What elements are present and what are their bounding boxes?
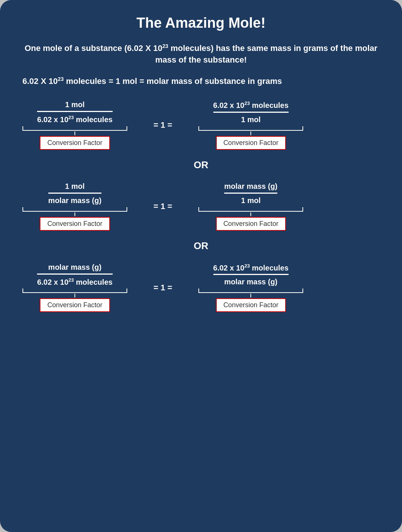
denominator-2-left: molar mass (g)	[48, 196, 101, 205]
numerator-3-right: 6.02 x 1023 molecules	[213, 263, 289, 274]
bracket-tick	[250, 132, 252, 135]
numerator-1-right: 6.02 x 1023 molecules	[213, 100, 289, 112]
numerator-2-left: 1 mol	[65, 182, 85, 193]
fraction-line	[37, 273, 112, 275]
bracket-line	[198, 288, 303, 293]
bracket-tick	[74, 132, 76, 135]
bracket-tick	[74, 294, 76, 297]
bracket-container-3-left: Conversion Factor	[22, 288, 127, 312]
fraction-block-2-left: 1 mol molar mass (g) Conversion Factor	[22, 182, 127, 231]
fraction-line	[37, 111, 112, 112]
denominator-1-right: 1 mol	[241, 115, 261, 124]
fraction-block-3-left: molar mass (g) 6.02 x 1023 molecules Con…	[22, 263, 127, 312]
fraction-2-left: 1 mol molar mass (g)	[48, 182, 101, 205]
bracket-line	[198, 126, 303, 131]
bracket-tick	[250, 212, 252, 216]
bracket-line	[22, 207, 127, 212]
denominator-1-left: 6.02 x 1023 molecules	[37, 114, 112, 124]
section-3: molar mass (g) 6.02 x 1023 molecules Con…	[22, 263, 380, 312]
fraction-block-2-right: molar mass (g) 1 mol Conversion Factor	[198, 182, 303, 231]
fraction-3-right: 6.02 x 1023 molecules molar mass (g)	[213, 263, 289, 287]
fraction-line	[213, 112, 289, 113]
conversion-factor-box-1-left: Conversion Factor	[40, 136, 110, 150]
bracket-container-1-left: Conversion Factor	[22, 126, 127, 150]
bracket-tick	[250, 294, 252, 297]
fraction-line	[48, 193, 101, 194]
intro-paragraph: One mole of a substance (6.02 X 1023 mol…	[22, 42, 380, 66]
or-label-1: OR	[22, 159, 380, 171]
fraction-block-1-right: 6.02 x 1023 molecules 1 mol Conversion F…	[198, 100, 303, 150]
main-card: The Amazing Mole! One mole of a substanc…	[0, 0, 402, 532]
fraction-1-right: 6.02 x 1023 molecules 1 mol	[213, 100, 289, 124]
equals-2: = 1 =	[153, 202, 172, 211]
numerator-3-left: molar mass (g)	[48, 263, 101, 273]
fraction-2-right: molar mass (g) 1 mol	[224, 182, 277, 205]
fraction-block-1-left: 1 mol 6.02 x 1023 molecules Conversion F…	[22, 100, 127, 150]
numerator-2-right: molar mass (g)	[224, 182, 277, 193]
bracket-line	[22, 288, 127, 293]
numerator-1-left: 1 mol	[65, 100, 85, 111]
fraction-line	[213, 274, 289, 275]
bracket-line	[22, 126, 127, 131]
bracket-container-2-right: Conversion Factor	[198, 207, 303, 231]
conversion-factor-box-3-right: Conversion Factor	[216, 298, 286, 312]
bracket-tick	[74, 212, 76, 216]
conversion-factor-box-1-right: Conversion Factor	[216, 136, 286, 150]
conversion-factor-box-2-left: Conversion Factor	[40, 217, 110, 231]
equals-1: = 1 =	[153, 120, 172, 130]
bracket-line	[198, 207, 303, 212]
or-label-2: OR	[22, 240, 380, 252]
conversion-factor-box-2-right: Conversion Factor	[216, 217, 286, 231]
denominator-3-left: 6.02 x 1023 molecules	[37, 276, 112, 287]
main-equation: 6.02 X 1023 molecules = 1 mol = molar ma…	[22, 75, 380, 87]
fraction-3-left: molar mass (g) 6.02 x 1023 molecules	[37, 263, 112, 287]
bracket-container-2-left: Conversion Factor	[22, 207, 127, 231]
denominator-2-right: 1 mol	[241, 196, 261, 205]
conversion-factor-box-3-left: Conversion Factor	[40, 298, 110, 312]
section-2: 1 mol molar mass (g) Conversion Factor =…	[22, 182, 380, 231]
page-title: The Amazing Mole!	[22, 15, 380, 31]
fraction-1-left: 1 mol 6.02 x 1023 molecules	[37, 100, 112, 124]
equals-3: = 1 =	[153, 283, 172, 293]
bracket-container-1-right: Conversion Factor	[198, 126, 303, 150]
fraction-block-3-right: 6.02 x 1023 molecules molar mass (g) Con…	[198, 263, 303, 312]
fraction-line	[224, 193, 277, 194]
denominator-3-right: molar mass (g)	[224, 277, 277, 286]
section-1: 1 mol 6.02 x 1023 molecules Conversion F…	[22, 100, 380, 150]
bracket-container-3-right: Conversion Factor	[198, 288, 303, 312]
